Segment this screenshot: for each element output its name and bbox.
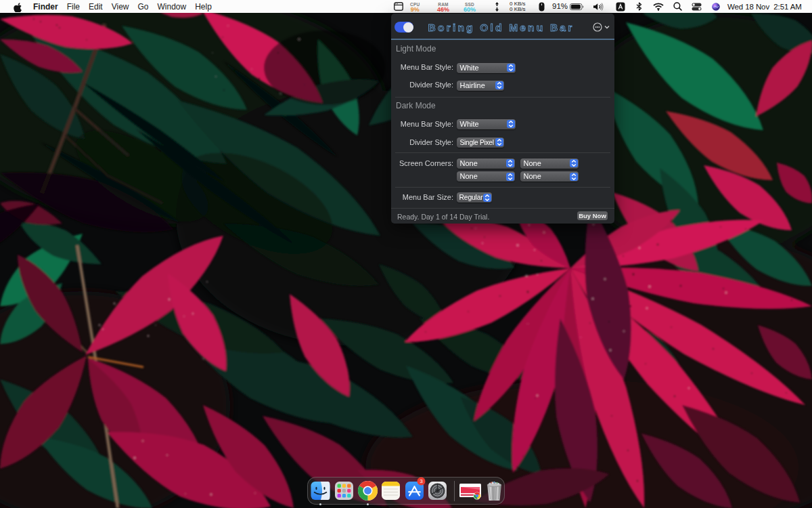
svg-text:3: 3	[420, 478, 423, 484]
